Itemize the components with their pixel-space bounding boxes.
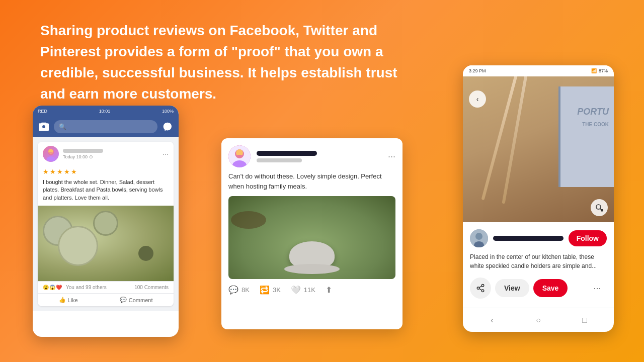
heart-icon: 🤍 (291, 285, 301, 295)
fb-post-meta: Today 10:00 ⊙ (63, 149, 158, 159)
fb-post-area: Today 10:00 ⊙ ··· ★★★★★ I bought the who… (33, 137, 179, 311)
fb-navbar: 🔍 (33, 117, 179, 137)
tw-post-image (228, 196, 395, 279)
pin-username-bar (493, 236, 564, 241)
fb-post-image (38, 206, 174, 281)
pin-back-button[interactable]: ‹ (469, 90, 486, 108)
camera-icon[interactable] (38, 121, 50, 133)
fb-battery: 100% (162, 109, 174, 114)
tw-comment-count: 8K (242, 286, 250, 294)
tw-avatar (228, 145, 251, 167)
pin-nav-bar: ‹ ○ □ (463, 308, 614, 332)
tw-comment-stat[interactable]: 💬 8K (228, 285, 250, 295)
pin-time: 3:29 PM (469, 68, 486, 73)
svg-line-16 (479, 286, 481, 288)
svg-point-13 (477, 287, 479, 290)
tw-meta (257, 151, 382, 162)
tw-review-text: Can't do without these. Lovely simple de… (221, 171, 403, 196)
comment-icon: 💬 (228, 285, 238, 295)
fb-username-bar (63, 149, 103, 153)
fb-reaction-emojis: 😮 😱 ❤️ (43, 285, 62, 290)
fb-stars: ★★★★★ (38, 166, 174, 178)
svg-line-15 (479, 289, 481, 290)
tw-more-button[interactable]: ··· (388, 151, 395, 162)
fb-reactions-bar: 😮 😱 ❤️ You and 99 others 100 Comments (38, 281, 174, 293)
fb-plate-image (38, 206, 174, 281)
fb-time: 10:01 (99, 109, 111, 114)
tw-like-stat[interactable]: 🤍 11K (291, 285, 315, 295)
pin-share-button[interactable] (470, 278, 491, 299)
pin-square-nav-icon[interactable]: □ (579, 314, 591, 326)
plate-small (138, 246, 153, 261)
pin-image: PORTU THE COOK ‹ (463, 76, 614, 222)
pin-search-button[interactable] (591, 199, 608, 216)
fb-review-text: I bought the whole set. Dinner, Salad, d… (38, 178, 174, 206)
pin-battery: 87% (599, 68, 608, 73)
fb-comment-count: 100 Comments (134, 285, 169, 290)
chopstick1 (481, 76, 518, 200)
twitter-mockup: ··· Can't do without these. Lovely simpl… (221, 138, 403, 329)
pin-profile-row: Follow (470, 229, 607, 247)
comment-icon: 💬 (120, 297, 127, 303)
pin-statusbar: 3:29 PM 📶 87% (463, 65, 614, 76)
avatar (43, 146, 59, 162)
tw-retweet-count: 3K (273, 286, 281, 294)
svg-point-12 (481, 285, 484, 287)
tw-food-image (228, 196, 395, 279)
fb-search-bar[interactable]: 🔍 (54, 120, 157, 133)
pin-statusbar-right: 📶 87% (591, 68, 608, 73)
fb-comment-button[interactable]: 💬 Comment (120, 297, 153, 303)
pin-book-text2: THE COOK (582, 122, 609, 127)
fb-network: RED (38, 109, 47, 114)
pin-description: Placed in the center of our kitchen tabl… (470, 252, 607, 270)
pin-follow-button[interactable]: Follow (569, 230, 607, 246)
svg-point-7 (596, 205, 601, 209)
fb-reaction-text: You and 99 others (66, 285, 107, 290)
pin-more-button[interactable]: ··· (588, 279, 607, 298)
tw-post-header: ··· (221, 138, 403, 171)
tw-like-count: 11K (304, 286, 315, 294)
svg-point-10 (475, 233, 482, 240)
pin-book: PORTU THE COOK (558, 86, 614, 187)
pin-save-button[interactable]: Save (533, 279, 568, 297)
fb-time-text: Today 10:00 ⊙ (63, 154, 158, 159)
tw-stats: 💬 8K 🔁 3K 🤍 11K ⬆ (221, 279, 403, 301)
pin-actions: View Save ··· (470, 278, 607, 299)
fb-statusbar: RED 10:01 100% (33, 106, 179, 117)
main-heading: Sharing product reviews on Facebook, Twi… (40, 20, 423, 105)
tw-retweet-stat[interactable]: 🔁 3K (260, 285, 281, 295)
svg-point-14 (481, 290, 484, 292)
fb-more-button[interactable]: ··· (163, 150, 169, 158)
fb-comment-label: Comment (129, 297, 153, 303)
pin-back-nav-icon[interactable]: ‹ (486, 314, 498, 326)
search-icon: 🔍 (59, 123, 66, 130)
retweet-icon: 🔁 (260, 285, 270, 295)
tw-share-stat[interactable]: ⬆ (326, 285, 332, 295)
pin-avatar (470, 229, 488, 247)
fb-like-label: Like (68, 297, 78, 303)
tw-plate (284, 264, 340, 274)
share-icon: ⬆ (326, 285, 332, 295)
pin-home-nav-icon[interactable]: ○ (532, 314, 544, 326)
tw-username-bar (257, 151, 317, 156)
fb-post-card: Today 10:00 ⊙ ··· ★★★★★ I bought the who… (38, 142, 174, 306)
fb-actions: 👍 Like 💬 Comment (38, 293, 174, 306)
plate3 (93, 211, 118, 236)
svg-point-1 (47, 156, 55, 161)
pin-wifi-icon: 📶 (591, 68, 597, 73)
pin-view-button[interactable]: View (495, 279, 529, 297)
svg-rect-8 (601, 209, 603, 212)
messenger-icon[interactable] (162, 121, 174, 133)
facebook-mockup: RED 10:01 100% 🔍 (33, 106, 179, 337)
pin-book-text1: PORTU (577, 107, 609, 117)
like-icon: 👍 (59, 297, 66, 303)
pinterest-mockup: 3:29 PM 📶 87% PORTU THE COOK ‹ (463, 65, 614, 332)
fb-post-header: Today 10:00 ⊙ ··· (38, 142, 174, 166)
plate2 (58, 226, 98, 266)
pin-content: Follow Placed in the center of our kitch… (463, 222, 614, 306)
fb-like-button[interactable]: 👍 Like (59, 297, 78, 303)
chopstick2 (502, 76, 527, 204)
tw-handle-bar (257, 158, 302, 162)
